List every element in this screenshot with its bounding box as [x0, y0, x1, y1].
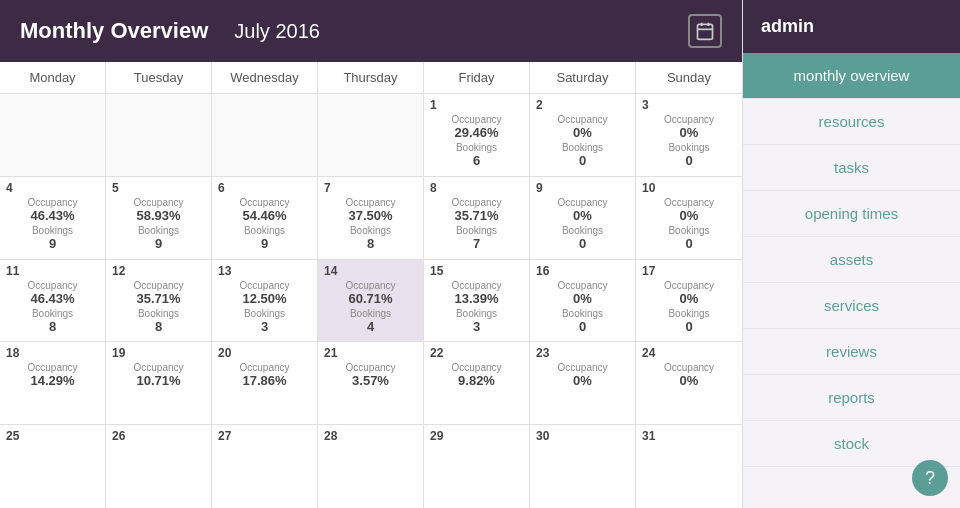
bookings-label: Bookings	[112, 308, 205, 319]
occupancy-label: Occupancy	[112, 197, 205, 208]
calendar-week: 25262728293031	[0, 425, 742, 508]
occupancy-value: 29.46%	[430, 125, 523, 140]
page-title: Monthly Overview	[20, 18, 208, 44]
occupancy-label: Occupancy	[218, 280, 311, 291]
sidebar-item-opening-times[interactable]: opening times	[743, 191, 960, 237]
chat-button[interactable]: ?	[912, 460, 948, 496]
cell-date: 21	[324, 346, 417, 360]
calendar-cell: 31	[636, 425, 742, 508]
bookings-value: 8	[112, 319, 205, 334]
occupancy-label: Occupancy	[430, 362, 523, 373]
occupancy-label: Occupancy	[430, 197, 523, 208]
bookings-value: 9	[6, 236, 99, 251]
occupancy-value: 17.86%	[218, 373, 311, 388]
calendar-cell: 7Occupancy37.50%Bookings8	[318, 177, 424, 259]
calendar-cell: 23Occupancy0%	[530, 342, 636, 424]
bookings-value: 0	[642, 319, 736, 334]
sidebar-admin-label: admin	[743, 0, 960, 53]
occupancy-label: Occupancy	[642, 197, 736, 208]
calendar-cell: 12Occupancy35.71%Bookings8	[106, 260, 212, 342]
bookings-value: 0	[642, 236, 736, 251]
bookings-label: Bookings	[536, 225, 629, 236]
calendar-cell: 15Occupancy13.39%Bookings3	[424, 260, 530, 342]
calendar-cell: 18Occupancy14.29%	[0, 342, 106, 424]
bookings-label: Bookings	[430, 308, 523, 319]
bookings-value: 8	[6, 319, 99, 334]
occupancy-value: 9.82%	[430, 373, 523, 388]
cell-date: 28	[324, 429, 417, 443]
cell-date: 1	[430, 98, 523, 112]
sidebar-item-resources[interactable]: resources	[743, 99, 960, 145]
bookings-value: 0	[536, 153, 629, 168]
occupancy-value: 0%	[642, 291, 736, 306]
calendar-cell: 11Occupancy46.43%Bookings8	[0, 260, 106, 342]
sidebar-item-tasks[interactable]: tasks	[743, 145, 960, 191]
bookings-value: 0	[536, 236, 629, 251]
bookings-label: Bookings	[642, 225, 736, 236]
calendar-cell	[0, 94, 106, 176]
bookings-label: Bookings	[6, 225, 99, 236]
day-header: Wednesday	[212, 62, 318, 93]
occupancy-label: Occupancy	[536, 280, 629, 291]
cell-date: 4	[6, 181, 99, 195]
day-header: Tuesday	[106, 62, 212, 93]
occupancy-label: Occupancy	[324, 197, 417, 208]
cell-date: 17	[642, 264, 736, 278]
cell-date: 27	[218, 429, 311, 443]
cell-date: 2	[536, 98, 629, 112]
occupancy-value: 0%	[536, 373, 629, 388]
calendar-icon[interactable]	[688, 14, 722, 48]
sidebar-nav: monthly overviewresourcestasksopening ti…	[743, 53, 960, 467]
occupancy-label: Occupancy	[218, 362, 311, 373]
cell-date: 12	[112, 264, 205, 278]
sidebar-item-services[interactable]: services	[743, 283, 960, 329]
bookings-label: Bookings	[642, 142, 736, 153]
sidebar-item-assets[interactable]: assets	[743, 237, 960, 283]
cell-date: 18	[6, 346, 99, 360]
occupancy-value: 12.50%	[218, 291, 311, 306]
calendar-grid: 1Occupancy29.46%Bookings62Occupancy0%Boo…	[0, 94, 742, 508]
calendar-cell: 6Occupancy54.46%Bookings9	[212, 177, 318, 259]
occupancy-value: 60.71%	[324, 291, 417, 306]
bookings-value: 0	[536, 319, 629, 334]
occupancy-label: Occupancy	[112, 280, 205, 291]
calendar-cell: 2Occupancy0%Bookings0	[530, 94, 636, 176]
occupancy-label: Occupancy	[642, 114, 736, 125]
calendar-cell: 17Occupancy0%Bookings0	[636, 260, 742, 342]
occupancy-value: 3.57%	[324, 373, 417, 388]
occupancy-value: 35.71%	[430, 208, 523, 223]
calendar-cell: 30	[530, 425, 636, 508]
occupancy-value: 46.43%	[6, 208, 99, 223]
sidebar-item-monthly-overview[interactable]: monthly overview	[743, 53, 960, 99]
sidebar-item-reports[interactable]: reports	[743, 375, 960, 421]
occupancy-label: Occupancy	[324, 280, 417, 291]
calendar-cell: 25	[0, 425, 106, 508]
calendar-cell: 16Occupancy0%Bookings0	[530, 260, 636, 342]
calendar-cell: 20Occupancy17.86%	[212, 342, 318, 424]
calendar-cell: 19Occupancy10.71%	[106, 342, 212, 424]
cell-date: 7	[324, 181, 417, 195]
sidebar-item-reviews[interactable]: reviews	[743, 329, 960, 375]
occupancy-label: Occupancy	[324, 362, 417, 373]
svg-rect-0	[698, 24, 713, 39]
header-month: July 2016	[234, 20, 320, 43]
occupancy-value: 58.93%	[112, 208, 205, 223]
day-header: Saturday	[530, 62, 636, 93]
occupancy-label: Occupancy	[6, 197, 99, 208]
calendar-cell: 14Occupancy60.71%Bookings4	[318, 260, 424, 342]
calendar-week: 18Occupancy14.29%19Occupancy10.71%20Occu…	[0, 342, 742, 425]
cell-date: 30	[536, 429, 629, 443]
occupancy-value: 54.46%	[218, 208, 311, 223]
cell-date: 9	[536, 181, 629, 195]
cell-date: 5	[112, 181, 205, 195]
cell-date: 13	[218, 264, 311, 278]
bookings-label: Bookings	[536, 142, 629, 153]
occupancy-value: 0%	[536, 125, 629, 140]
day-header: Monday	[0, 62, 106, 93]
occupancy-value: 0%	[536, 208, 629, 223]
cell-date: 23	[536, 346, 629, 360]
calendar-cell: 9Occupancy0%Bookings0	[530, 177, 636, 259]
cell-date: 11	[6, 264, 99, 278]
calendar-cell: 8Occupancy35.71%Bookings7	[424, 177, 530, 259]
calendar-cell: 21Occupancy3.57%	[318, 342, 424, 424]
